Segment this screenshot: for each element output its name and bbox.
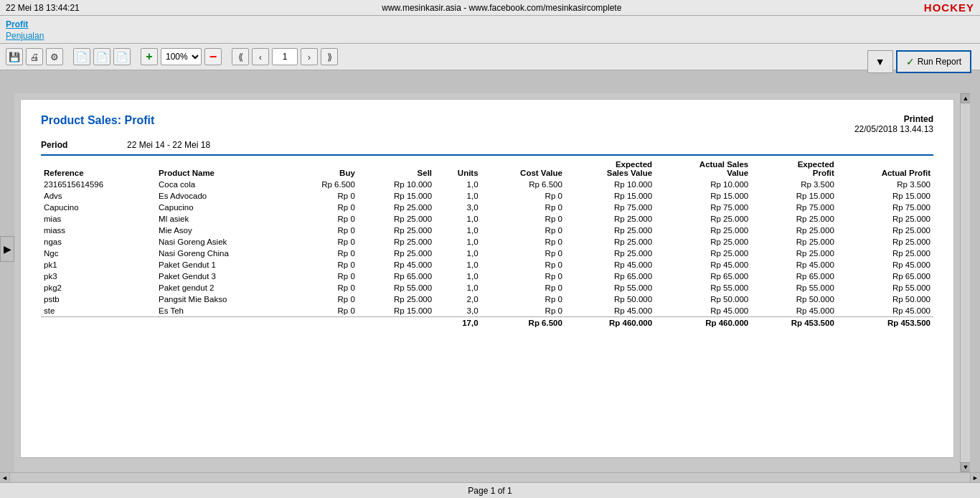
next-page-button[interactable]: › [301,48,318,65]
add-button[interactable]: + [141,48,158,65]
tab-profit[interactable]: Profit [6,19,974,30]
website: www.mesinkasir.asia - www.facebook.com/m… [382,3,621,13]
last-page-button[interactable]: ⟫ [321,48,338,65]
page-input[interactable] [272,48,298,65]
chevron-down-icon: ▼ [875,56,885,67]
dropdown-button[interactable]: ▼ [867,50,893,70]
toolbar: 💾 🖨 ⚙ 📄 📄 📄 + 100% 50% 75% 125% 150% 200… [0,44,980,70]
run-report-label: Run Report [918,57,961,67]
save-button[interactable]: 💾 [6,48,23,65]
nav-tabs: Profit Penjualan [0,16,980,44]
datetime: 22 Mei 18 13:44:21 [6,3,80,13]
print-button[interactable]: 🖨 [26,48,43,65]
brand-logo: HOCKEY [924,1,974,14]
first-page-button[interactable]: ⟪ [232,48,249,65]
export-button2[interactable]: 📄 [93,48,110,65]
zoom-decrease-button[interactable]: − [204,48,222,65]
export-button1[interactable]: 📄 [73,48,90,65]
tab-penjualan[interactable]: Penjualan [6,30,974,42]
run-report-area: ▼ ✓ Run Report [867,50,971,70]
checkmark-icon: ✓ [906,56,915,67]
zoom-select[interactable]: 100% 50% 75% 125% 150% 200% [161,48,202,65]
top-bar: 22 Mei 18 13:44:21 www.mesinkasir.asia -… [0,0,980,16]
refresh-button[interactable]: ⚙ [46,48,63,65]
export-button3[interactable]: 📄 [113,48,131,65]
prev-page-button[interactable]: ‹ [252,48,269,65]
run-report-button[interactable]: ✓ Run Report [896,50,971,70]
